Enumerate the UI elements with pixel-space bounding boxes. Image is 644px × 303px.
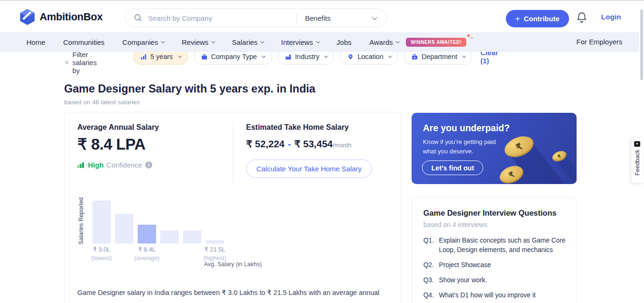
experience-icon	[140, 54, 147, 60]
tick-value: ₹ 21.5L	[203, 246, 226, 253]
sparkle-icon: ✦	[471, 36, 473, 40]
nav-item-interviews[interactable]: Interviews	[281, 38, 319, 46]
tick-value: ₹ 8.4L	[134, 246, 160, 253]
nav-item-awards[interactable]: Awards	[370, 38, 399, 46]
nav-item-label: Communities	[63, 38, 105, 46]
take-home-high: ₹ 53,454	[294, 138, 332, 150]
search-category-dropdown[interactable]: Benefits	[297, 14, 386, 22]
confidence-level: High	[88, 161, 104, 169]
ambitionbox-logo[interactable]: AmbitionBox	[19, 8, 103, 25]
filter-label: Filter salaries by	[65, 50, 100, 75]
tick-caption: (highest)	[203, 255, 226, 261]
search-category-label: Benefits	[305, 14, 330, 22]
confidence-label: Confidence	[107, 161, 142, 169]
chevron-down-icon	[178, 54, 182, 58]
underpaid-title: Are you underpaid?	[423, 123, 510, 134]
header: AmbitionBox Search by Company Benefits +…	[0, 1, 644, 32]
question-text: Explain Basic concepts such as Game Core…	[439, 236, 566, 255]
filter-pill-label: 5 years	[150, 53, 173, 60]
question-text: What's D1 how will you improve it	[439, 291, 536, 300]
chevron-down-icon	[262, 54, 265, 58]
scrollbar-thumb[interactable]	[640, 9, 643, 80]
nav-item-companies[interactable]: Companies	[123, 38, 164, 46]
search-input[interactable]: Search by Company	[148, 14, 296, 22]
interview-question-item[interactable]: Q4.What's D1 how will you improve it	[423, 291, 566, 300]
underpaid-banner: ₹ ₹ ₹ Are you underpaid? Know if you’re …	[412, 113, 577, 184]
feedback-tab[interactable]: + Feedback	[631, 137, 643, 184]
nav-item-label: Awards	[370, 38, 393, 46]
filter-funnel-icon	[65, 59, 68, 66]
location-icon	[347, 54, 354, 60]
interview-question-item[interactable]: Q3.Show your work.	[423, 276, 566, 285]
awards-winners-badge[interactable]: WINNERS AWAITED!✦✦	[406, 38, 466, 47]
filter-pill-label: Location	[357, 53, 383, 60]
salary-bar-chart	[92, 201, 224, 244]
question-number: Q3.	[423, 276, 435, 285]
calculate-take-home-button[interactable]: Calculate Your Take Home Salary	[246, 160, 372, 178]
interview-questions-subtitle: based on 4 interviews	[423, 221, 487, 228]
salary-bar[interactable]	[183, 230, 201, 244]
nav-item-label: Salaries	[232, 38, 257, 46]
tick-caption: (average)	[134, 255, 160, 261]
tick-value: ₹ 3.0L	[91, 246, 112, 253]
lets-find-out-button[interactable]: Let’s find out	[422, 160, 483, 175]
department-icon	[412, 54, 418, 60]
chevron-down-icon	[161, 39, 165, 43]
search-bar[interactable]: Search by Company Benefits	[125, 8, 387, 27]
ambitionbox-logo-icon	[19, 8, 36, 25]
nav-item-jobs[interactable]: Jobs	[337, 38, 352, 46]
chart-y-axis-label: Salaries Reported	[78, 195, 84, 246]
feedback-label: Feedback	[634, 150, 641, 176]
feedback-bubble-icon: +	[634, 141, 640, 147]
filter-pill-label: Company Type	[211, 53, 257, 60]
chevron-down-icon	[462, 54, 466, 58]
chevron-down-icon	[372, 15, 377, 20]
confidence-bars-icon	[77, 162, 84, 168]
salary-bar[interactable]	[138, 225, 156, 244]
salary-bar[interactable]	[160, 230, 179, 244]
average-salary-title: Average Annual Salary	[77, 123, 159, 132]
chart-tick: ₹ 3.0L(lowest)	[91, 246, 112, 261]
nav-items: HomeCommunitiesCompaniesReviewsSalariesI…	[0, 32, 639, 52]
question-number: Q1.	[423, 236, 435, 255]
nav-item-home[interactable]: Home	[26, 38, 45, 46]
take-home-title: Estimated Take Home Salary	[246, 123, 349, 132]
chart-x-axis-label: Avg. Salary (in Lakhs)	[204, 261, 262, 268]
chevron-down-icon	[324, 54, 328, 58]
underpaid-body: Know if you’re getting paid what you des…	[423, 137, 502, 156]
chevron-down-icon	[396, 39, 399, 43]
nav-item-label: Reviews	[182, 38, 208, 46]
company-type-icon	[201, 54, 207, 60]
question-number: Q4.	[423, 291, 435, 300]
question-text: Show your work.	[439, 276, 487, 285]
login-link[interactable]: Login	[601, 13, 621, 21]
nav-item-reviews[interactable]: Reviews	[182, 38, 214, 46]
nav-item-label: Jobs	[337, 38, 352, 46]
nav-item-communities[interactable]: Communities	[63, 38, 105, 46]
average-salary-value: ₹ 8.4 LPA	[77, 135, 145, 153]
for-employers-link[interactable]: For Employers	[576, 32, 622, 52]
nav-item-salaries[interactable]: Salaries	[232, 38, 263, 46]
card-divider	[233, 122, 233, 183]
chart-tick: ₹ 21.5L(highest)	[203, 246, 226, 261]
question-number: Q2.	[423, 261, 435, 270]
info-icon[interactable]: i	[145, 161, 152, 168]
chevron-down-icon	[388, 54, 392, 58]
interview-question-item[interactable]: Q2.Project Showcase	[423, 261, 566, 270]
chevron-down-icon	[316, 39, 320, 43]
take-home-unit: /month	[333, 142, 352, 149]
chart-tick: ₹ 8.4L(average)	[134, 246, 160, 261]
interview-question-item[interactable]: Q1.Explain Basic concepts such as Game C…	[423, 236, 566, 255]
brand-name: AmbitionBox	[40, 11, 103, 23]
salary-description: Game Designer salary in India ranges bet…	[77, 289, 392, 296]
salary-bar[interactable]	[92, 201, 111, 244]
salary-bar[interactable]	[206, 240, 224, 244]
salary-bar[interactable]	[115, 214, 133, 244]
main-nav: HomeCommunitiesCompaniesReviewsSalariesI…	[0, 32, 639, 52]
notifications-bell-icon[interactable]	[576, 11, 588, 24]
chevron-down-icon	[260, 39, 264, 43]
page-title: Game Designer Salary with 5 years exp. i…	[64, 83, 315, 95]
contribute-label: Contribute	[524, 15, 560, 23]
contribute-button[interactable]: + Contribute	[506, 10, 569, 27]
interview-questions-card: Game Designer Interview Questions based …	[412, 197, 577, 303]
